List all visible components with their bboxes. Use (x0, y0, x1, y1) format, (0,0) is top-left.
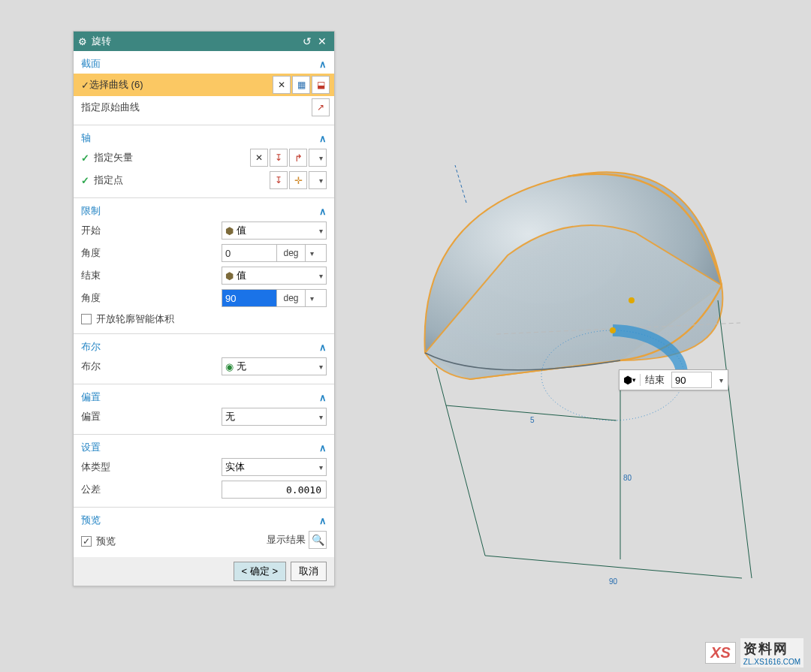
section-cross: 截面 ∧ ✓选择曲线 (6) ✕ ▦ ⬓ 指定原始曲线 ↗ (74, 51, 334, 125)
vector-dropdown[interactable]: ▾ (309, 149, 327, 167)
floating-end-input[interactable]: ⬢▾ 结束 ▾ (619, 369, 728, 390)
svg-point-4 (629, 297, 635, 303)
open-profile-checkbox[interactable]: 开放轮廓智能体积 (81, 312, 174, 326)
chevron-up-icon: ∧ (319, 515, 327, 526)
offset-field-label: 偏置 (81, 410, 222, 423)
vector-intersect-icon[interactable]: ✕ (250, 149, 268, 167)
svg-line-0 (455, 165, 466, 203)
floating-end-label: 结束 (641, 373, 669, 387)
cancel-button[interactable]: 取消 (291, 562, 327, 581)
section-settings: 设置 ∧ 体类型 实体▾ 公差 (74, 435, 334, 508)
body-type-select[interactable]: 实体▾ (222, 458, 327, 476)
value-type-icon[interactable]: ⬢▾ (620, 374, 641, 386)
body-type-label: 体类型 (81, 460, 222, 474)
end-angle-dropdown[interactable]: ▾ (305, 290, 318, 306)
end-type-value: 值 (237, 269, 246, 282)
offset-select[interactable]: 无▾ (222, 408, 327, 426)
chevron-up-icon: ∧ (319, 392, 327, 403)
end-row: 结束 ⬢值▾ (81, 264, 327, 287)
curve-arrow-icon[interactable]: ↗ (312, 98, 330, 116)
end-angle-input-group: deg ▾ (222, 289, 327, 307)
dialog-title: 旋转 (92, 35, 111, 48)
chevron-up-icon: ∧ (319, 133, 327, 144)
magnify-icon[interactable]: 🔍 (309, 531, 327, 549)
chevron-up-icon: ∧ (319, 442, 327, 454)
section-header-boolean[interactable]: 布尔 ∧ (81, 339, 327, 355)
dialog-titlebar[interactable]: ⚙ 旋转 ↺ ✕ (74, 32, 334, 51)
start-angle-dropdown[interactable]: ▾ (305, 245, 318, 261)
preview-label: 预览 (81, 514, 101, 527)
boolean-value: 无 (237, 360, 246, 373)
end-label: 结束 (81, 269, 222, 282)
svg-line-5 (436, 368, 485, 556)
section-header-offset[interactable]: 偏置 ∧ (81, 389, 327, 405)
svg-line-7 (718, 300, 752, 578)
settings-label: 设置 (81, 441, 101, 454)
offset-value: 无 (225, 410, 235, 423)
watermark-url: ZL.XS1616.COM (743, 658, 800, 666)
floating-end-dropdown[interactable]: ▾ (714, 376, 728, 384)
section-axis: 轴 ∧ ✓指定矢量 ✕ ↧ ↱ ▾ ✓指定点 ↧ ✛ ▾ (74, 125, 334, 198)
gear-icon: ⚙ (78, 36, 87, 47)
chevron-up-icon: ∧ (319, 59, 327, 70)
body-type-row: 体类型 实体▾ (81, 456, 327, 478)
select-curve-label: 选择曲线 (6) (89, 78, 143, 92)
chevron-up-icon: ∧ (319, 206, 327, 217)
watermark-badge: XS (705, 642, 736, 664)
start-angle-input[interactable] (222, 245, 276, 261)
point-target-icon[interactable]: ✛ (289, 171, 307, 189)
vector-direction-icon[interactable]: ↱ (289, 149, 307, 167)
section-preview: 预览 ∧ ✓预览 显示结果 🔍 (74, 508, 334, 557)
offset-row: 偏置 无▾ (81, 405, 327, 428)
limits-label: 限制 (81, 204, 101, 218)
original-curve-label: 指定原始曲线 (81, 101, 310, 114)
boolean-select[interactable]: ◉无▾ (222, 357, 327, 375)
check-icon: ✓ (81, 152, 89, 164)
check-icon: ✓ (81, 175, 89, 186)
end-angle-row: 角度 deg ▾ (81, 287, 327, 309)
select-curve-row[interactable]: ✓选择曲线 (6) ✕ ▦ ⬓ (74, 74, 334, 96)
close-icon[interactable]: ✕ (315, 35, 330, 47)
tolerance-row: 公差 (81, 478, 327, 501)
boolean-row: 布尔 ◉无▾ (81, 355, 327, 378)
preview-row: ✓预览 显示结果 🔍 (81, 529, 327, 551)
end-angle-input[interactable] (222, 290, 276, 306)
tolerance-label: 公差 (81, 483, 222, 496)
specify-vector-row: ✓指定矢量 ✕ ↧ ↱ ▾ (81, 146, 327, 169)
specify-point-label: 指定点 (94, 173, 123, 187)
start-label: 开始 (81, 224, 222, 237)
section-offset: 偏置 ∧ 偏置 无▾ (74, 384, 334, 435)
svg-line-8 (485, 556, 742, 578)
offset-label: 偏置 (81, 390, 101, 404)
point-pick-icon[interactable]: ↧ (270, 171, 288, 189)
preview-checkbox[interactable]: ✓预览 (81, 535, 116, 548)
end-type-select[interactable]: ⬢值▾ (222, 267, 327, 285)
grid-icon[interactable]: ▦ (292, 76, 310, 94)
section-header-preview[interactable]: 预览 ∧ (81, 512, 327, 529)
section-limits: 限制 ∧ 开始 ⬢值▾ 角度 deg ▾ 结束 ⬢值▾ 角度 (74, 198, 334, 334)
tolerance-input[interactable] (222, 481, 327, 499)
sketch-region-icon[interactable]: ⬓ (312, 76, 330, 94)
reset-icon[interactable]: ↺ (300, 35, 315, 47)
specify-point-row: ✓指定点 ↧ ✛ ▾ (81, 169, 327, 191)
start-type-value: 值 (237, 224, 246, 237)
intersect-icon[interactable]: ✕ (273, 76, 291, 94)
section-label: 截面 (81, 57, 101, 71)
viewport-svg: 5 80 90 (335, 0, 811, 672)
vector-axis-icon[interactable]: ↧ (270, 149, 288, 167)
floating-end-value[interactable] (671, 372, 712, 388)
start-type-select[interactable]: ⬢值▾ (222, 221, 327, 240)
section-header-axis[interactable]: 轴 ∧ (81, 130, 327, 146)
svg-text:5: 5 (530, 416, 535, 424)
viewport-3d[interactable]: 5 80 90 (335, 0, 811, 672)
watermark: XS 资料网 ZL.XS1616.COM (705, 638, 803, 667)
point-dropdown[interactable]: ▾ (309, 171, 327, 189)
ok-button[interactable]: < 确定 > (234, 562, 286, 581)
original-curve-row: 指定原始曲线 ↗ (74, 96, 334, 119)
section-header-settings[interactable]: 设置 ∧ (81, 439, 327, 456)
section-header-cross[interactable]: 截面 ∧ (81, 56, 327, 72)
end-angle-label: 角度 (81, 291, 222, 305)
revolve-dialog: ⚙ 旋转 ↺ ✕ 截面 ∧ ✓选择曲线 (6) ✕ ▦ ⬓ 指定原始曲线 ↗ 轴… (73, 31, 335, 586)
section-boolean: 布尔 ∧ 布尔 ◉无▾ (74, 334, 334, 384)
section-header-limits[interactable]: 限制 ∧ (81, 203, 327, 219)
